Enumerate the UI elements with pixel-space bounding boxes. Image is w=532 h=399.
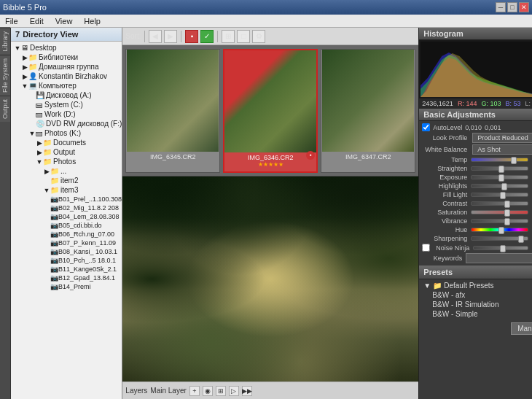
sidebar-tab-output[interactable]: Output: [0, 96, 10, 122]
tree-item-libraries[interactable]: ▶ 📁 Библиотеки: [11, 53, 122, 62]
noiseninja-checkbox[interactable]: [422, 244, 430, 252]
next-button[interactable]: ▶: [164, 30, 177, 43]
look-profile-select[interactable]: Product Reduced: [472, 133, 532, 143]
maximize-button[interactable]: □: [507, 2, 517, 12]
temp-slider[interactable]: [471, 158, 528, 162]
hue-slider[interactable]: [471, 228, 528, 232]
tree-item-sub1[interactable]: ▶ 📁 ...: [11, 166, 122, 176]
tree-item-documets[interactable]: ▶ 📁 Documets: [11, 138, 122, 147]
tree-item-dvd[interactable]: 💿 DVD RW дисковод (F:): [11, 119, 122, 128]
preset-item-bw-ir[interactable]: B&W - IR Simulation: [420, 300, 532, 309]
flag-red-button[interactable]: ▪: [185, 30, 198, 43]
autolevel-val2: 0,001: [485, 124, 501, 131]
tree-label: Work (D:): [44, 110, 76, 118]
sharpening-slider[interactable]: [471, 236, 528, 241]
list-item[interactable]: 📷 B06_Rch.ng_07.00: [11, 230, 122, 239]
add-layer-button[interactable]: +: [189, 386, 200, 396]
contrast-slider[interactable]: [471, 201, 528, 206]
menu-help[interactable]: Help: [82, 17, 103, 26]
flag-green-button[interactable]: ✓: [200, 30, 214, 43]
tree-item-drived[interactable]: 🖴 Work (D:): [11, 109, 122, 119]
tree-item-photos[interactable]: ▼ 📁 Photos: [11, 157, 122, 166]
list-item[interactable]: 📷 B10_Pch_..5 18.0.1: [11, 256, 122, 265]
thumbnail-strip[interactable]: IMG_6345.CR2 IMG_6346.CR2 ★★★★★ ▪ IMG_63…: [122, 45, 418, 177]
list-item[interactable]: 📷 B01_Prel_..1.100.308: [11, 195, 122, 204]
tree-label: B08_Kansi_ 10.03.1: [58, 248, 117, 255]
fillight-slider[interactable]: [471, 193, 528, 197]
tree-arrow[interactable]: ▼: [14, 44, 21, 52]
sidebar-tab-library[interactable]: Library: [0, 28, 10, 55]
tree-item-sub2[interactable]: 📁 item2: [11, 176, 122, 185]
list-item[interactable]: 📷 B07_P_kenn_11.09: [11, 239, 122, 247]
title-bar: Bibble 5 Pro ─ □ ✕: [0, 0, 532, 15]
layer-more-button[interactable]: ▶▶: [242, 386, 252, 396]
sidebar-tab-filesystem[interactable]: File System: [0, 55, 10, 96]
directory-tree[interactable]: ▼ 🖥 Desktop ▶ 📁 Библиотеки ▶ 📁 Домашняя …: [11, 42, 122, 399]
list-item[interactable]: 📷 B14_Premi: [11, 282, 122, 291]
thumbnail-item[interactable]: IMG_6347.CR2: [321, 49, 415, 173]
temp-label: Temp: [422, 156, 469, 163]
folder-icon: 📁: [50, 186, 59, 194]
autolevel-checkbox[interactable]: [422, 123, 430, 131]
tree-arrow[interactable]: ▶: [43, 168, 50, 175]
highlights-slider[interactable]: [471, 184, 528, 188]
basic-adjustments-header[interactable]: Basic Adjustments ▼: [419, 109, 532, 121]
close-button[interactable]: ✕: [519, 2, 529, 12]
histogram-section-header[interactable]: Histogram ▼: [419, 28, 532, 40]
preset-item-bw-afx[interactable]: B&W - afx: [420, 290, 532, 300]
tree-item-desktop[interactable]: ▼ 🖥 Desktop: [11, 43, 122, 53]
preset-item-bw-simple[interactable]: B&W - Simple: [420, 309, 532, 319]
white-balance-select[interactable]: As Shot: [472, 144, 532, 155]
tree-item-sub3[interactable]: ▼ 📁 item3: [11, 185, 122, 195]
tree-arrow[interactable]: ▼: [43, 187, 50, 194]
tree-item-drivec[interactable]: 🖴 System (C:): [11, 100, 122, 109]
tree-item-drivea[interactable]: 💾 Дисковод (A:): [11, 90, 122, 100]
histogram-chart: [420, 42, 532, 97]
presets-section-header[interactable]: Presets ▼ +: [419, 266, 532, 279]
tree-item-output[interactable]: ▶ 📁 Output: [11, 147, 122, 157]
menu-edit[interactable]: Edit: [28, 17, 46, 26]
directory-number: 7: [15, 30, 20, 39]
preset-folder-default[interactable]: ▼ 📁 Default Presets: [420, 281, 532, 290]
noiseninja-slider[interactable]: [473, 246, 528, 250]
tree-arrow[interactable]: ▼: [21, 82, 28, 90]
tree-item-computer[interactable]: ▼ 💻 Компьютер: [11, 81, 122, 90]
tree-item-homegroup[interactable]: ▶ 📁 Домашняя группа: [11, 62, 122, 71]
thumbnail-item[interactable]: IMG_6345.CR2: [125, 49, 220, 173]
tree-arrow[interactable]: ▶: [21, 73, 28, 80]
keywords-input[interactable]: [466, 253, 532, 263]
menu-file[interactable]: File: [3, 17, 20, 26]
tree-item-user[interactable]: ▶ 👤 Konstantin Birzhakov: [11, 71, 122, 81]
tree-arrow[interactable]: ▼: [36, 158, 43, 166]
exposure-slider[interactable]: [471, 175, 528, 179]
list-item[interactable]: 📷 B12_Gpad_13.84.1: [11, 274, 122, 282]
tree-item-photosk[interactable]: ▼ 🖴 Photos (K:): [11, 128, 122, 138]
straighten-slider[interactable]: [471, 166, 528, 171]
main-image-canvas: [122, 177, 418, 381]
grid-view-button[interactable]: ⊞: [222, 30, 235, 43]
minimize-button[interactable]: ─: [496, 2, 506, 12]
vibrance-label: Vibrance: [422, 217, 469, 225]
tree-arrow[interactable]: ▼: [28, 130, 36, 137]
tree-arrow[interactable]: ▶: [36, 139, 43, 147]
vibrance-slider[interactable]: [471, 219, 528, 223]
main-toolbar: Sort: ◀ ▶ ▪ ✓ ⊞ □ ⚙: [122, 28, 418, 45]
list-item[interactable]: 📷 B02_Mig_11.8.2 208: [11, 204, 122, 212]
layer-circle-button[interactable]: ◉: [203, 386, 213, 396]
layer-settings-button[interactable]: ▷: [229, 386, 239, 396]
menu-view[interactable]: View: [53, 17, 75, 26]
manage-presets-button[interactable]: Manage: [511, 322, 532, 335]
settings-button[interactable]: ⚙: [252, 30, 265, 43]
tree-arrow[interactable]: ▶: [21, 54, 28, 61]
single-view-button[interactable]: □: [237, 30, 250, 43]
list-item[interactable]: 📷 B05_cdi.bbi.do: [11, 221, 122, 230]
saturation-slider[interactable]: [471, 210, 528, 214]
thumbnail-item-selected[interactable]: IMG_6346.CR2 ★★★★★ ▪: [223, 49, 318, 173]
tree-arrow[interactable]: ▶: [36, 149, 43, 156]
tree-arrow[interactable]: ▶: [21, 63, 28, 71]
prev-button[interactable]: ◀: [149, 30, 162, 43]
layer-grid-button[interactable]: ⊞: [216, 386, 226, 396]
list-item[interactable]: 📷 B11_Kange0Sk_2.1: [11, 265, 122, 274]
list-item[interactable]: 📷 B08_Kansi_ 10.03.1: [11, 247, 122, 256]
list-item[interactable]: 📷 B04_Lem_28.08.308: [11, 212, 122, 221]
